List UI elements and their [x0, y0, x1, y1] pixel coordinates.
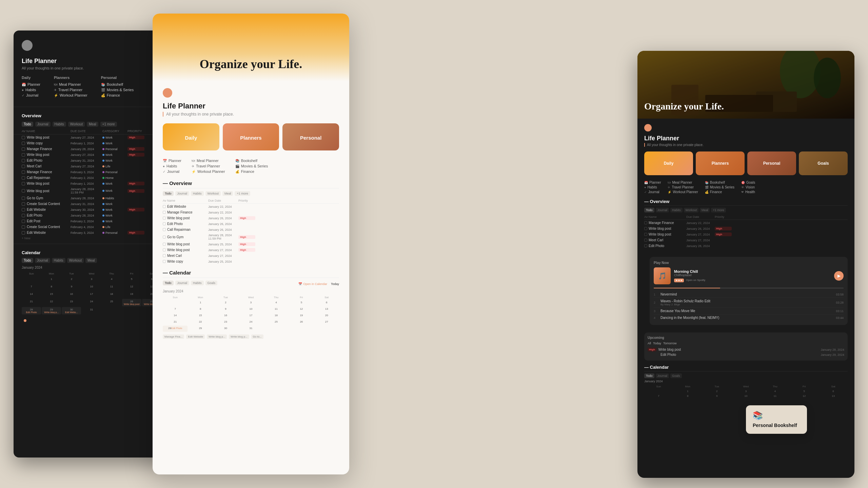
rp-nav-travel[interactable]: ✈ Travel Planner	[668, 185, 698, 189]
cp-nav-finance[interactable]: 💰 Finance	[235, 169, 268, 174]
nav-workout[interactable]: ⚡ Workout Planner	[54, 93, 87, 97]
cp-workout-icon: ⚡	[192, 170, 196, 174]
nav-finance[interactable]: 💰 Finance	[101, 93, 134, 97]
nav-journal[interactable]: ✓ Journal	[22, 93, 40, 97]
cp-nav-meal[interactable]: 🍽 Meal Planner	[192, 159, 225, 163]
cp-tab-todo[interactable]: Todo	[163, 191, 174, 196]
rp-card-daily[interactable]: Daily	[644, 151, 693, 175]
cp-nav-bookshelf[interactable]: 📚 Bookshelf	[235, 159, 268, 163]
play-button[interactable]: ▶	[834, 271, 844, 281]
rp-tab-habits[interactable]: Habits	[670, 208, 683, 212]
rp-card-personal[interactable]: Personal	[747, 151, 796, 175]
card-planners[interactable]: Planners	[223, 123, 279, 150]
travel-icon: ✈	[54, 88, 57, 92]
upcoming-item: Edit Photo January 29, 2024	[648, 352, 844, 357]
cp-tab-workout[interactable]: Workout	[205, 191, 221, 196]
overview-title: Overview	[14, 110, 170, 120]
rp-nav-health[interactable]: ❤ Health	[741, 190, 755, 194]
playlist-item: 3 Because You Move Me 03:11	[654, 308, 844, 314]
rp-cal-tab[interactable]: Journal	[656, 373, 669, 378]
tab-habits[interactable]: Habits	[53, 122, 66, 127]
rp-card-goals[interactable]: Goals	[799, 151, 848, 175]
rp-nav-journal[interactable]: ✓ Journal	[644, 190, 661, 194]
tab-more[interactable]: +1 more	[100, 122, 117, 127]
nav-habits[interactable]: ● Habits	[22, 88, 40, 92]
rp-nav-meal[interactable]: 🍽 Meal Planner	[668, 181, 698, 184]
cp-nav-daily: 📅 Planner ● Habits ✓ Journal	[163, 159, 181, 175]
cal-tab-habits[interactable]: Habits	[52, 258, 65, 263]
nav-travel[interactable]: ✈ Travel Planner	[54, 88, 87, 92]
cal-tab-todo[interactable]: Todo	[22, 258, 33, 263]
rp-cal-tab[interactable]: Goals	[670, 373, 682, 378]
cal-tab-meal[interactable]: Meal	[85, 258, 97, 263]
cal-tab-journal[interactable]: Journal	[35, 258, 50, 263]
rp-tab-meal[interactable]: Meal	[700, 208, 710, 212]
rp-nav-movies[interactable]: 🎬 Movies & Series	[705, 185, 734, 189]
today-button[interactable]: Today	[331, 282, 339, 286]
overview-tabs: Todo Journal Habits Workout Meal +1 more	[14, 120, 170, 128]
rp-cal-mini-grid: Sun Mon Tue Wed Thu Fri Sat 1 2 3 4 5 6 …	[644, 384, 848, 398]
tab-meal[interactable]: Meal	[87, 122, 98, 127]
cp-nav-habits[interactable]: ● Habits	[163, 164, 181, 168]
tab-journal[interactable]: Journal	[35, 122, 51, 127]
table-row: Manage FinanceFebruary 3, 2024Personal	[14, 169, 170, 175]
rp-tab-journal[interactable]: Journal	[656, 208, 669, 212]
cp-nav-movies[interactable]: 🎬 Movies & Series	[235, 164, 268, 168]
spotify-link[interactable]: Open on Spotify	[686, 279, 705, 282]
cp-nav-journal[interactable]: ✓ Journal	[163, 169, 181, 174]
rp-nav-finance[interactable]: 💰 Finance	[705, 190, 734, 194]
nav-col-personal: Personal 📚 Bookshelf 🎬 Movies & Series 💰…	[101, 76, 134, 99]
rp-cal-tab[interactable]: Todo	[644, 373, 654, 378]
tab-todo[interactable]: Todo	[22, 122, 33, 127]
nav-movies[interactable]: 🎬 Movies & Series	[101, 88, 134, 92]
card-personal[interactable]: Personal	[282, 123, 339, 150]
cp-tab-habits[interactable]: Habits	[191, 191, 204, 196]
rp-nav-planner[interactable]: 📅 Planner	[644, 181, 661, 184]
rp-card-planners[interactable]: Planners	[696, 151, 745, 175]
upcoming-tomorrow[interactable]: Tomorrow	[663, 342, 677, 345]
cp-nav-workout[interactable]: ⚡ Workout Planner	[192, 169, 225, 174]
calendar-section: Calendar Todo Journal Habits Workout Mea…	[14, 247, 170, 325]
rp-nav-goals-col: 🎯 Goals 👁 Vision ❤ Health	[741, 181, 755, 195]
rp-nav-bookshelf[interactable]: 📚 Bookshelf	[705, 181, 734, 184]
cp-tab-meal[interactable]: Meal	[222, 191, 233, 196]
rp-tab-more[interactable]: +1 more	[711, 208, 726, 212]
table-row: Meet CarlJanuary 27, 2024Life	[14, 163, 170, 169]
card-daily[interactable]: Daily	[163, 123, 219, 150]
cp-tab-journal[interactable]: Journal	[175, 191, 190, 196]
cp-tab-more[interactable]: +1 more	[235, 191, 250, 196]
cp-overview-title: — Overview	[163, 180, 339, 188]
nav-bookshelf[interactable]: 📚 Bookshelf	[101, 82, 134, 86]
calendar-grid: Sun Mon Tue Wed Thu Fri Sat 1 2 3 4 5 6 …	[22, 271, 161, 314]
open-calendar-button[interactable]: 📅 Open in Calendar Today	[298, 282, 339, 286]
cal-tab-workout[interactable]: Workout	[67, 258, 84, 263]
rp-movies-icon: 🎬	[705, 186, 709, 189]
table-row: Call RepairmanFebruary 2, 2024Home	[14, 175, 170, 181]
cp-nav-travel[interactable]: ✈ Travel Planner	[192, 164, 225, 168]
rp-nav-habits[interactable]: ● Habits	[644, 185, 661, 189]
cp-nav-planner[interactable]: 📅 Planner	[163, 159, 181, 163]
table-row: Write blog postJanuary 27, 2024WorkHigh	[14, 152, 170, 158]
panel-center: Organize your Life. Life Planner All you…	[153, 14, 349, 474]
new-row-button[interactable]: + New	[14, 236, 170, 241]
rp-nav-workout[interactable]: ⚡ Workout Planner	[668, 190, 698, 194]
upcoming-all[interactable]: All	[648, 342, 651, 345]
rp-tab-workout[interactable]: Workout	[684, 208, 698, 212]
rp-nav-vision[interactable]: 👁 Vision	[741, 185, 755, 189]
nav-meal[interactable]: 🍽 Meal Planner	[54, 82, 87, 86]
upcoming-today[interactable]: Today	[653, 342, 661, 345]
progress-fill	[654, 288, 720, 288]
rp-col-headers: Av Name Due Date Priority	[644, 214, 848, 220]
rp-hero-text: Organize your Life.	[644, 101, 724, 112]
tab-workout[interactable]: Workout	[68, 122, 85, 127]
nav-daily-heading: Daily	[22, 76, 40, 80]
rp-bookshelf-icon: 📚	[705, 181, 709, 184]
nav-planner[interactable]: 📅 Planner	[22, 82, 40, 86]
cp-bookshelf-icon: 📚	[235, 159, 239, 163]
nav-col-daily: Daily 📅 Planner ● Habits ✓ Journal	[22, 76, 40, 99]
rp-nav-goals[interactable]: 🎯 Goals	[741, 181, 755, 184]
rp-habits-icon: ●	[644, 186, 646, 189]
lp-app-title: Life Planner	[22, 58, 161, 65]
cp-orange-dot	[163, 88, 172, 98]
rp-tab-todo[interactable]: Todo	[644, 208, 654, 212]
